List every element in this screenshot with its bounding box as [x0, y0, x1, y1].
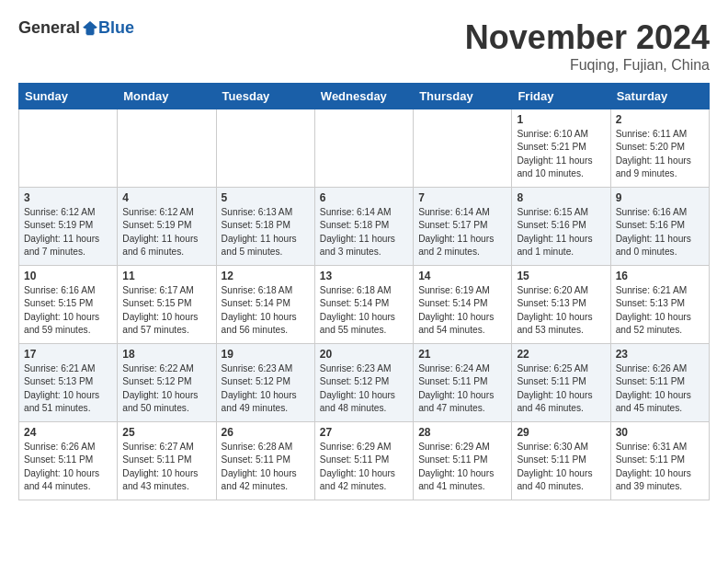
day-info: Sunrise: 6:17 AM Sunset: 5:15 PM Dayligh…: [122, 284, 210, 337]
day-number: 30: [616, 426, 704, 439]
day-info: Sunrise: 6:22 AM Sunset: 5:12 PM Dayligh…: [122, 362, 210, 415]
day-info: Sunrise: 6:14 AM Sunset: 5:17 PM Dayligh…: [418, 206, 506, 259]
day-number: 2: [616, 113, 704, 126]
calendar-day-28: 28Sunrise: 6:29 AM Sunset: 5:11 PM Dayli…: [414, 422, 512, 500]
calendar-day-16: 16Sunrise: 6:21 AM Sunset: 5:13 PM Dayli…: [610, 266, 709, 344]
calendar-week-row-4: 17Sunrise: 6:21 AM Sunset: 5:13 PM Dayli…: [19, 344, 710, 422]
day-info: Sunrise: 6:19 AM Sunset: 5:14 PM Dayligh…: [418, 284, 506, 337]
calendar-day-8: 8Sunrise: 6:15 AM Sunset: 5:16 PM Daylig…: [512, 188, 610, 266]
day-info: Sunrise: 6:30 AM Sunset: 5:11 PM Dayligh…: [517, 441, 605, 493]
day-info: Sunrise: 6:14 AM Sunset: 5:18 PM Dayligh…: [320, 206, 408, 259]
day-number: 17: [24, 348, 112, 361]
calendar-day-empty: [314, 109, 413, 188]
day-info: Sunrise: 6:18 AM Sunset: 5:14 PM Dayligh…: [320, 284, 408, 337]
day-number: 18: [122, 348, 210, 361]
weekday-header-wednesday: Wednesday: [314, 84, 413, 109]
calendar-day-empty: [19, 109, 118, 188]
weekday-header-sunday: Sunday: [19, 84, 118, 109]
day-number: 3: [24, 191, 112, 204]
calendar-day-19: 19Sunrise: 6:23 AM Sunset: 5:12 PM Dayli…: [216, 344, 314, 422]
calendar-day-24: 24Sunrise: 6:26 AM Sunset: 5:11 PM Dayli…: [19, 422, 118, 500]
calendar-table: SundayMondayTuesdayWednesdayThursdayFrid…: [18, 83, 710, 500]
weekday-header-monday: Monday: [118, 84, 216, 109]
calendar-day-15: 15Sunrise: 6:20 AM Sunset: 5:13 PM Dayli…: [512, 266, 610, 344]
day-info: Sunrise: 6:15 AM Sunset: 5:16 PM Dayligh…: [517, 206, 605, 259]
day-number: 22: [517, 348, 605, 361]
day-number: 15: [517, 270, 605, 282]
day-info: Sunrise: 6:21 AM Sunset: 5:13 PM Dayligh…: [616, 284, 704, 337]
weekday-header-row: SundayMondayTuesdayWednesdayThursdayFrid…: [19, 84, 710, 109]
logo-general-text: General: [18, 18, 80, 38]
day-number: 29: [517, 426, 605, 439]
calendar-day-20: 20Sunrise: 6:23 AM Sunset: 5:12 PM Dayli…: [314, 344, 413, 422]
day-info: Sunrise: 6:31 AM Sunset: 5:11 PM Dayligh…: [616, 441, 704, 493]
day-info: Sunrise: 6:18 AM Sunset: 5:14 PM Dayligh…: [222, 284, 310, 337]
day-number: 21: [418, 348, 506, 361]
weekday-header-thursday: Thursday: [414, 84, 512, 109]
weekday-header-saturday: Saturday: [610, 84, 709, 109]
day-info: Sunrise: 6:21 AM Sunset: 5:13 PM Dayligh…: [24, 362, 112, 415]
day-info: Sunrise: 6:26 AM Sunset: 5:11 PM Dayligh…: [616, 362, 704, 415]
logo-icon: [82, 20, 98, 37]
day-info: Sunrise: 6:29 AM Sunset: 5:11 PM Dayligh…: [418, 441, 506, 493]
calendar-day-18: 18Sunrise: 6:22 AM Sunset: 5:12 PM Dayli…: [118, 344, 216, 422]
day-info: Sunrise: 6:12 AM Sunset: 5:19 PM Dayligh…: [122, 206, 210, 259]
calendar-day-4: 4Sunrise: 6:12 AM Sunset: 5:19 PM Daylig…: [118, 188, 216, 266]
day-number: 4: [122, 191, 210, 204]
day-number: 7: [418, 191, 506, 204]
month-title: November 2024: [465, 18, 710, 57]
day-number: 8: [517, 191, 605, 204]
day-number: 24: [24, 426, 112, 439]
page-header: General Blue November 2024 Fuqing, Fujia…: [18, 18, 710, 74]
calendar-day-6: 6Sunrise: 6:14 AM Sunset: 5:18 PM Daylig…: [314, 188, 413, 266]
calendar-day-empty: [414, 109, 512, 188]
day-info: Sunrise: 6:28 AM Sunset: 5:11 PM Dayligh…: [222, 441, 310, 493]
day-number: 13: [320, 270, 408, 282]
calendar-day-25: 25Sunrise: 6:27 AM Sunset: 5:11 PM Dayli…: [118, 422, 216, 500]
calendar-day-22: 22Sunrise: 6:25 AM Sunset: 5:11 PM Dayli…: [512, 344, 610, 422]
title-block: November 2024 Fuqing, Fujian, China: [465, 18, 710, 74]
calendar-week-row-2: 3Sunrise: 6:12 AM Sunset: 5:19 PM Daylig…: [19, 188, 710, 266]
day-number: 28: [418, 426, 506, 439]
day-number: 11: [122, 270, 210, 282]
day-number: 23: [616, 348, 704, 361]
day-number: 14: [418, 270, 506, 282]
day-info: Sunrise: 6:16 AM Sunset: 5:15 PM Dayligh…: [24, 284, 112, 337]
day-number: 20: [320, 348, 408, 361]
day-number: 9: [616, 191, 704, 204]
calendar-day-empty: [118, 109, 216, 188]
day-info: Sunrise: 6:10 AM Sunset: 5:21 PM Dayligh…: [517, 128, 605, 180]
calendar-day-2: 2Sunrise: 6:11 AM Sunset: 5:20 PM Daylig…: [610, 109, 709, 188]
calendar-week-row-5: 24Sunrise: 6:26 AM Sunset: 5:11 PM Dayli…: [19, 422, 710, 500]
weekday-header-friday: Friday: [512, 84, 610, 109]
calendar-day-21: 21Sunrise: 6:24 AM Sunset: 5:11 PM Dayli…: [414, 344, 512, 422]
day-number: 26: [222, 426, 310, 439]
location-text: Fuqing, Fujian, China: [465, 57, 710, 74]
day-info: Sunrise: 6:23 AM Sunset: 5:12 PM Dayligh…: [320, 362, 408, 415]
day-info: Sunrise: 6:29 AM Sunset: 5:11 PM Dayligh…: [320, 441, 408, 493]
day-info: Sunrise: 6:26 AM Sunset: 5:11 PM Dayligh…: [24, 441, 112, 493]
day-info: Sunrise: 6:12 AM Sunset: 5:19 PM Dayligh…: [24, 206, 112, 259]
calendar-day-17: 17Sunrise: 6:21 AM Sunset: 5:13 PM Dayli…: [19, 344, 118, 422]
calendar-day-30: 30Sunrise: 6:31 AM Sunset: 5:11 PM Dayli…: [610, 422, 709, 500]
logo-blue-text: Blue: [98, 18, 134, 38]
day-number: 19: [222, 348, 310, 361]
calendar-day-27: 27Sunrise: 6:29 AM Sunset: 5:11 PM Dayli…: [314, 422, 413, 500]
day-number: 10: [24, 270, 112, 282]
day-info: Sunrise: 6:20 AM Sunset: 5:13 PM Dayligh…: [517, 284, 605, 337]
day-number: 12: [222, 270, 310, 282]
day-info: Sunrise: 6:23 AM Sunset: 5:12 PM Dayligh…: [222, 362, 310, 415]
calendar-day-13: 13Sunrise: 6:18 AM Sunset: 5:14 PM Dayli…: [314, 266, 413, 344]
calendar-day-12: 12Sunrise: 6:18 AM Sunset: 5:14 PM Dayli…: [216, 266, 314, 344]
day-info: Sunrise: 6:27 AM Sunset: 5:11 PM Dayligh…: [122, 441, 210, 493]
logo: General Blue: [18, 18, 134, 38]
calendar-day-29: 29Sunrise: 6:30 AM Sunset: 5:11 PM Dayli…: [512, 422, 610, 500]
calendar-day-9: 9Sunrise: 6:16 AM Sunset: 5:16 PM Daylig…: [610, 188, 709, 266]
day-info: Sunrise: 6:25 AM Sunset: 5:11 PM Dayligh…: [517, 362, 605, 415]
weekday-header-tuesday: Tuesday: [216, 84, 314, 109]
calendar-day-11: 11Sunrise: 6:17 AM Sunset: 5:15 PM Dayli…: [118, 266, 216, 344]
calendar-week-row-3: 10Sunrise: 6:16 AM Sunset: 5:15 PM Dayli…: [19, 266, 710, 344]
calendar-day-23: 23Sunrise: 6:26 AM Sunset: 5:11 PM Dayli…: [610, 344, 709, 422]
day-number: 27: [320, 426, 408, 439]
calendar-week-row-1: 1Sunrise: 6:10 AM Sunset: 5:21 PM Daylig…: [19, 109, 710, 188]
